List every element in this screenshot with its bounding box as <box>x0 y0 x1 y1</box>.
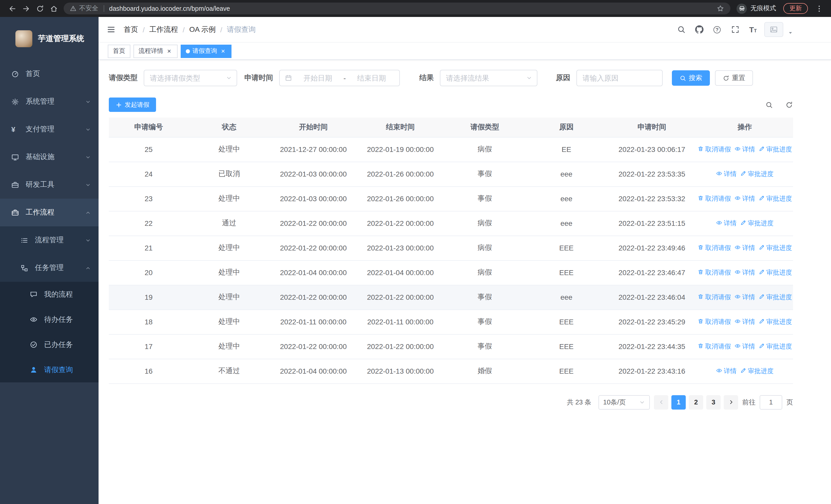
refresh-table-icon[interactable] <box>785 101 793 109</box>
create-leave-button[interactable]: 发起请假 <box>109 97 156 112</box>
breadcrumb-item[interactable]: OA 示例 <box>190 25 216 34</box>
column-header: 操作 <box>696 118 793 137</box>
sidebar-item-label: 待办任务 <box>44 315 73 324</box>
breadcrumb-item[interactable]: 首页 <box>124 25 138 34</box>
header-actions: ?TT <box>675 22 793 37</box>
cancel-leave-link[interactable]: 取消请假 <box>697 194 731 203</box>
apply-time-range-picker[interactable]: - <box>279 70 400 86</box>
detail-link[interactable]: 详情 <box>735 293 755 301</box>
reason-input[interactable] <box>582 74 657 82</box>
leave-type-select[interactable] <box>144 70 237 86</box>
main-area: 首页/工作流程/OA 示例/请假查询 ?TT 首页流程详情×请假查询× 请假类型 <box>98 17 831 504</box>
result-select-input[interactable] <box>446 74 526 82</box>
browser-reload-icon[interactable] <box>33 2 47 16</box>
tab-process-detail[interactable]: 流程详情× <box>134 45 178 58</box>
detail-link[interactable]: 详情 <box>716 170 737 178</box>
search-icon[interactable] <box>675 23 688 36</box>
page-button-3[interactable]: 3 <box>706 395 721 409</box>
start-date-input[interactable] <box>295 74 340 82</box>
approval-progress-link[interactable]: 审批进度 <box>758 243 792 252</box>
sidebar-item-system[interactable]: 系统管理 <box>0 88 98 116</box>
next-page-button[interactable] <box>724 395 738 409</box>
github-icon[interactable] <box>692 23 706 36</box>
font-size-icon[interactable]: TT <box>746 23 760 36</box>
approval-progress-link[interactable]: 审批进度 <box>758 318 792 326</box>
app-logo[interactable]: 芋道管理系统 <box>0 17 98 60</box>
detail-link[interactable]: 详情 <box>735 243 755 252</box>
sidebar-item-my-process[interactable]: 我的流程 <box>0 282 98 307</box>
sidebar-item-leave-query[interactable]: 请假查询 <box>0 357 98 382</box>
sidebar-item-task-management[interactable]: 任务管理 <box>0 254 98 282</box>
toggle-search-icon[interactable] <box>765 101 773 109</box>
reset-button[interactable]: 重置 <box>715 70 753 86</box>
sidebar-item-infrastructure[interactable]: 基础设施 <box>0 143 98 171</box>
start-time-cell: 2022-01-22 00:00:00 <box>270 285 357 309</box>
sidebar-item-todo-tasks[interactable]: 待办任务 <box>0 307 98 332</box>
detail-link[interactable]: 详情 <box>716 367 737 376</box>
help-icon[interactable]: ? <box>710 23 724 36</box>
user-avatar[interactable] <box>764 22 783 37</box>
tab-leave-query[interactable]: 请假查询× <box>181 45 231 58</box>
bookmark-star-icon[interactable] <box>717 5 724 12</box>
page-size-select[interactable]: 10条/页 <box>599 395 650 409</box>
prev-page-button[interactable] <box>654 395 668 409</box>
sidebar-item-home[interactable]: 首页 <box>0 60 98 88</box>
tab-close-icon[interactable]: × <box>166 48 172 54</box>
user-menu-caret-icon[interactable] <box>788 30 793 35</box>
table-row: 17处理中2022-01-22 00:00:002022-01-22 00:00… <box>109 334 793 359</box>
browser-menu-icon[interactable] <box>812 2 826 16</box>
search-button[interactable]: 搜索 <box>672 70 710 86</box>
sidebar-item-done-tasks[interactable]: 已办任务 <box>0 332 98 357</box>
fullscreen-icon[interactable] <box>728 23 742 36</box>
approval-progress-link[interactable]: 审批进度 <box>758 342 792 351</box>
detail-link[interactable]: 详情 <box>735 268 755 277</box>
sidebar-item-process-management[interactable]: 流程管理 <box>0 226 98 254</box>
approval-progress-link[interactable]: 审批进度 <box>758 145 792 154</box>
approval-progress-link[interactable]: 审批进度 <box>740 367 774 376</box>
approval-progress-link[interactable]: 审批进度 <box>758 194 792 203</box>
breadcrumb-item[interactable]: 工作流程 <box>149 25 178 34</box>
tab-close-icon[interactable]: × <box>220 48 226 54</box>
cancel-leave-link[interactable]: 取消请假 <box>697 268 731 277</box>
tab-home[interactable]: 首页 <box>108 45 131 58</box>
cancel-leave-link[interactable]: 取消请假 <box>697 318 731 326</box>
detail-link[interactable]: 详情 <box>735 318 755 326</box>
browser-forward-icon[interactable] <box>19 2 33 16</box>
browser-back-icon[interactable] <box>5 2 19 16</box>
cancel-leave-link[interactable]: 取消请假 <box>697 342 731 351</box>
page-button-2[interactable]: 2 <box>689 395 703 409</box>
sidebar-item-dev-tools[interactable]: 研发工具 <box>0 171 98 199</box>
cancel-leave-link[interactable]: 取消请假 <box>697 243 731 252</box>
plus-icon <box>115 101 122 108</box>
monitor-icon <box>11 153 20 161</box>
result-select[interactable] <box>440 70 537 86</box>
apply-time-cell: 2022-01-22 23:53:32 <box>607 186 696 211</box>
browser-home-icon[interactable] <box>47 2 61 16</box>
detail-link[interactable]: 详情 <box>735 145 755 154</box>
sidebar-item-workflow[interactable]: 工作流程 <box>0 199 98 226</box>
approval-progress-link[interactable]: 审批进度 <box>740 219 774 228</box>
security-chip[interactable]: 不安全 <box>70 4 98 13</box>
detail-link[interactable]: 详情 <box>735 342 755 351</box>
goto-page-input[interactable] <box>760 395 782 409</box>
browser-update-button[interactable]: 更新 <box>783 3 808 14</box>
leave-type-select-input[interactable] <box>150 74 226 82</box>
action-label: 详情 <box>724 219 737 228</box>
approval-progress-link[interactable]: 审批进度 <box>758 293 792 301</box>
approval-icon <box>740 219 746 227</box>
approval-progress-link[interactable]: 审批进度 <box>740 170 774 178</box>
detail-link[interactable]: 详情 <box>716 219 737 228</box>
row-actions: 详情审批进度 <box>697 367 792 376</box>
sidebar-item-payment[interactable]: ¥支付管理 <box>0 116 98 143</box>
cancel-leave-link[interactable]: 取消请假 <box>697 293 731 301</box>
detail-link[interactable]: 详情 <box>735 194 755 203</box>
table-toolbar: 发起请假 <box>109 97 793 112</box>
address-bar[interactable]: 不安全 dashboard.yudao.iocoder.cn/bpm/oa/le… <box>64 3 730 14</box>
approval-progress-link[interactable]: 审批进度 <box>758 268 792 277</box>
sidebar: 芋道管理系统 首页系统管理¥支付管理基础设施研发工具工作流程流程管理任务管理我的… <box>0 17 98 504</box>
cancel-leave-link[interactable]: 取消请假 <box>697 145 731 154</box>
sidebar-collapse-icon[interactable] <box>107 25 115 34</box>
page-button-1[interactable]: 1 <box>671 395 686 409</box>
chevron-down-icon <box>85 182 91 187</box>
end-date-input[interactable] <box>349 74 394 82</box>
